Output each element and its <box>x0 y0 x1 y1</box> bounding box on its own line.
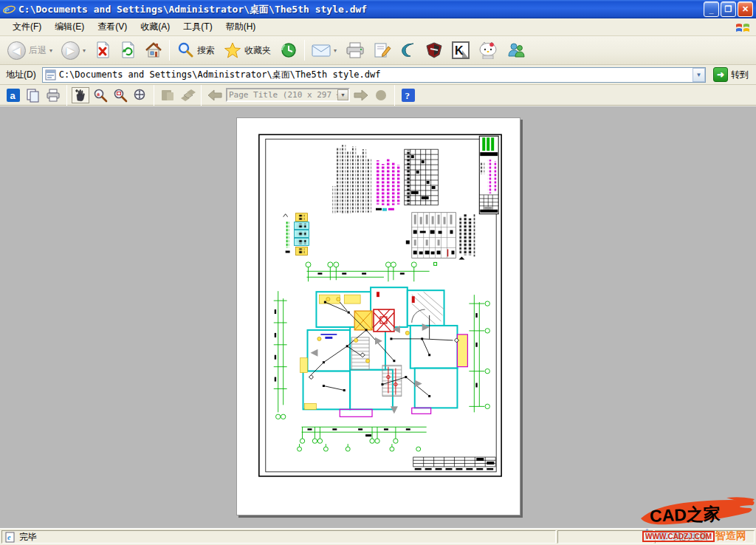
search-button[interactable]: 搜索 <box>172 38 219 63</box>
address-dropdown-icon[interactable]: ▼ <box>693 68 705 82</box>
kaspersky-button[interactable]: K <box>447 38 474 63</box>
standard-toolbar: ◀ 后退 ▾ ▶ ▾ <box>0 36 756 65</box>
fit-to-window-button[interactable] <box>131 87 149 103</box>
menu-file[interactable]: 文件(F) <box>6 18 48 35</box>
stop-button[interactable] <box>90 38 115 63</box>
menu-view[interactable]: 查看(V) <box>91 18 134 35</box>
zoom-tool-button[interactable]: ± <box>92 87 109 103</box>
ie-logo-icon: e <box>3 3 16 16</box>
title-bar: e C:\Documents and Settings\Administrato… <box>0 0 756 18</box>
toolbar-separator <box>66 85 67 106</box>
viewer-canvas[interactable] <box>0 106 756 528</box>
title-strip <box>479 136 498 213</box>
bottom-title-block <box>413 457 495 470</box>
refresh-button[interactable] <box>115 38 140 63</box>
toolbar-separator <box>394 85 395 106</box>
stop-icon <box>94 41 111 59</box>
print-button[interactable] <box>341 38 369 63</box>
help-button[interactable]: ? <box>399 87 417 103</box>
address-text: C:\Documents and Settings\Administrator\… <box>59 69 693 81</box>
address-input[interactable]: C:\Documents and Settings\Administrator\… <box>42 67 706 83</box>
status-zone-text: 我的电脑 <box>673 531 708 544</box>
autodesk-a-icon: a <box>7 89 20 102</box>
home-button[interactable] <box>140 38 167 63</box>
messenger-button[interactable] <box>502 38 530 63</box>
status-bar: e 完毕 我的电脑 <box>0 528 756 545</box>
search-icon <box>176 41 194 59</box>
go-button[interactable]: ➜ <box>713 67 728 82</box>
forward-dropdown-icon[interactable]: ▾ <box>83 47 86 54</box>
address-bar: 地址(D) C:\Documents and Settings\Administ… <box>0 65 756 85</box>
cad-drawing-svg <box>237 118 520 515</box>
page-select-value: Page Title (210 x 297 毫米 <box>227 89 337 100</box>
my-computer-icon <box>659 532 670 542</box>
download-tool-icon <box>400 41 416 59</box>
favorites-button[interactable]: 收藏夹 <box>219 38 275 63</box>
page-select[interactable]: Page Title (210 x 297 毫米 ▼ <box>226 88 350 102</box>
svg-text:e: e <box>7 533 11 541</box>
history-button[interactable] <box>275 38 302 63</box>
zoom-window-icon <box>113 88 128 103</box>
toolbar-separator <box>304 40 305 61</box>
autodesk-logo-button[interactable]: a <box>4 87 22 103</box>
close-button[interactable]: ✕ <box>738 1 753 17</box>
next-page-button-disabled[interactable] <box>352 87 370 103</box>
zoom-magnifier-icon: ± <box>93 88 108 103</box>
copy-button[interactable] <box>24 87 42 103</box>
mail-dropdown-icon[interactable]: ▾ <box>334 47 337 54</box>
layers-button-disabled[interactable] <box>159 87 176 103</box>
back-dropdown-icon[interactable]: ▾ <box>49 47 52 54</box>
top-dimension-grid <box>306 262 430 281</box>
restore-button[interactable]: ❐ <box>721 1 736 17</box>
hello-kitty-icon <box>478 41 498 59</box>
edit-button[interactable] <box>369 38 396 63</box>
floor-plan <box>300 287 468 417</box>
viewer-print-icon <box>46 89 61 102</box>
mail-button[interactable]: ▾ <box>307 38 341 63</box>
minimize-button[interactable]: _ <box>704 1 719 17</box>
left-dimension-grid <box>274 291 287 419</box>
toolbar-separator <box>154 85 154 106</box>
favorites-star-icon <box>224 41 241 59</box>
menu-tools[interactable]: 工具(T) <box>176 18 219 35</box>
pan-tool-button[interactable] <box>72 87 89 103</box>
cad-page[interactable] <box>236 117 520 515</box>
notes-magenta-block <box>376 159 400 211</box>
previous-page-button-disabled[interactable] <box>206 87 224 103</box>
hello-kitty-button[interactable] <box>474 38 502 63</box>
print-icon <box>346 42 365 58</box>
window-title: C:\Documents and Settings\Administrator\… <box>18 3 704 16</box>
sheets-button-disabled[interactable] <box>179 87 196 103</box>
stop-loading-button-disabled[interactable] <box>372 87 390 103</box>
forward-button[interactable]: ▶ ▾ <box>57 38 90 63</box>
forward-arrow-icon: ▶ <box>61 41 80 60</box>
menu-edit[interactable]: 编辑(E) <box>48 18 91 35</box>
security-shield-icon <box>425 41 443 59</box>
menu-favorites[interactable]: 收藏(A) <box>134 18 176 35</box>
zoom-window-button[interactable] <box>111 87 129 103</box>
back-arrow-icon: ◀ <box>7 41 26 60</box>
browser-window: e C:\Documents and Settings\Administrato… <box>0 0 756 545</box>
right-dimension-grid <box>469 295 489 412</box>
back-button[interactable]: ◀ 后退 ▾ <box>3 38 57 63</box>
viewer-print-button[interactable] <box>44 87 62 103</box>
status-panel-zone: 我的电脑 <box>655 530 755 544</box>
toolbar-separator <box>169 40 170 61</box>
pan-hand-icon <box>74 89 87 102</box>
status-text: 完毕 <box>19 531 37 544</box>
download-tool-button[interactable] <box>396 38 421 63</box>
layers-icon <box>160 89 175 102</box>
mail-icon <box>312 43 331 58</box>
messenger-buddies-icon <box>506 41 526 59</box>
menu-help[interactable]: 帮助(H) <box>219 18 263 35</box>
fit-to-window-icon <box>133 88 148 103</box>
kaspersky-k-icon: K <box>452 41 470 59</box>
riser-diagram <box>284 213 309 256</box>
page-select-dropdown-icon[interactable]: ▼ <box>337 89 348 100</box>
sheets-icon <box>179 89 196 102</box>
stairs-center <box>351 337 369 370</box>
svg-text:?: ? <box>405 90 410 101</box>
svg-text:K: K <box>455 44 464 57</box>
security-tool-button[interactable] <box>421 38 447 63</box>
go-label: 转到 <box>731 69 749 81</box>
